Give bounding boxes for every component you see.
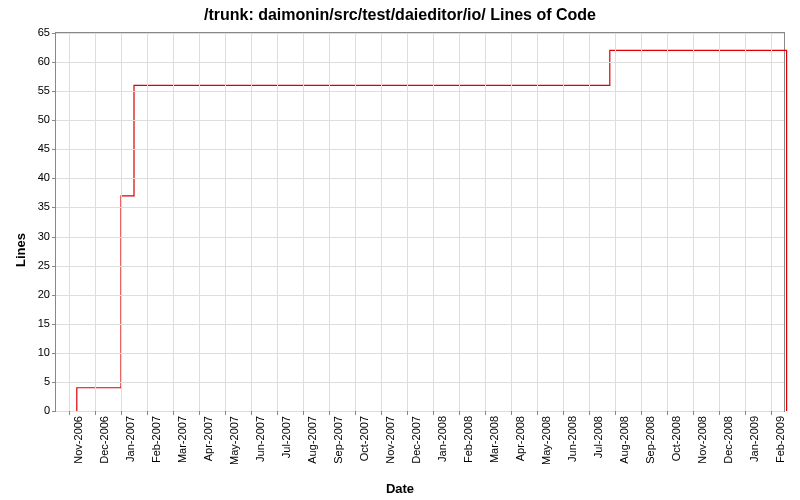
y-tick-label: 15 xyxy=(10,317,50,329)
x-tick-label: Jul-2007 xyxy=(280,416,292,458)
x-tick xyxy=(667,411,668,415)
x-tick xyxy=(381,411,382,415)
grid-line-h xyxy=(56,91,784,92)
y-tick-label: 0 xyxy=(10,404,50,416)
grid-line-v xyxy=(251,33,252,411)
y-tick xyxy=(52,266,56,267)
grid-line-v xyxy=(537,33,538,411)
grid-line-h xyxy=(56,120,784,121)
grid-line-v xyxy=(147,33,148,411)
x-tick-label: Apr-2007 xyxy=(202,416,214,461)
grid-line-v xyxy=(225,33,226,411)
grid-line-h xyxy=(56,237,784,238)
x-tick-label: Nov-2006 xyxy=(72,416,84,464)
y-tick xyxy=(52,91,56,92)
x-tick xyxy=(173,411,174,415)
x-tick xyxy=(433,411,434,415)
y-tick-label: 5 xyxy=(10,375,50,387)
x-tick xyxy=(199,411,200,415)
x-tick xyxy=(329,411,330,415)
y-tick-label: 20 xyxy=(10,288,50,300)
y-tick-label: 60 xyxy=(10,55,50,67)
x-tick xyxy=(147,411,148,415)
x-tick-label: Sep-2007 xyxy=(332,416,344,464)
x-tick-label: Aug-2007 xyxy=(306,416,318,464)
x-tick xyxy=(745,411,746,415)
grid-line-v xyxy=(433,33,434,411)
y-tick-label: 50 xyxy=(10,113,50,125)
line-series xyxy=(56,33,784,411)
grid-line-h xyxy=(56,411,784,412)
grid-line-v xyxy=(381,33,382,411)
x-tick-label: Mar-2008 xyxy=(488,416,500,463)
x-tick-label: Feb-2007 xyxy=(150,416,162,463)
x-tick xyxy=(407,411,408,415)
grid-line-v xyxy=(355,33,356,411)
grid-line-v xyxy=(95,33,96,411)
grid-line-h xyxy=(56,178,784,179)
grid-line-v xyxy=(719,33,720,411)
x-tick-label: Aug-2008 xyxy=(618,416,630,464)
x-tick xyxy=(719,411,720,415)
y-tick xyxy=(52,207,56,208)
x-tick-label: Feb-2009 xyxy=(774,416,786,463)
grid-line-v xyxy=(69,33,70,411)
y-tick xyxy=(52,353,56,354)
x-tick xyxy=(485,411,486,415)
grid-line-h xyxy=(56,353,784,354)
y-tick-label: 55 xyxy=(10,84,50,96)
x-tick xyxy=(641,411,642,415)
x-tick-label: Dec-2008 xyxy=(722,416,734,464)
x-tick-label: Feb-2008 xyxy=(462,416,474,463)
grid-line-v xyxy=(199,33,200,411)
y-tick-label: 25 xyxy=(10,259,50,271)
y-tick xyxy=(52,324,56,325)
y-tick-label: 40 xyxy=(10,171,50,183)
y-tick xyxy=(52,33,56,34)
y-tick xyxy=(52,149,56,150)
x-tick-label: Jan-2009 xyxy=(748,416,760,462)
x-tick xyxy=(537,411,538,415)
grid-line-v xyxy=(589,33,590,411)
x-axis-label: Date xyxy=(0,481,800,496)
grid-line-h xyxy=(56,62,784,63)
grid-line-v xyxy=(329,33,330,411)
x-tick xyxy=(589,411,590,415)
x-tick-label: Nov-2007 xyxy=(384,416,396,464)
y-tick xyxy=(52,237,56,238)
y-tick xyxy=(52,411,56,412)
plot-area xyxy=(55,32,785,412)
y-tick-label: 35 xyxy=(10,200,50,212)
grid-line-v xyxy=(303,33,304,411)
x-tick-label: May-2008 xyxy=(540,416,552,465)
y-tick xyxy=(52,62,56,63)
y-tick xyxy=(52,120,56,121)
grid-line-v xyxy=(667,33,668,411)
grid-line-v xyxy=(641,33,642,411)
y-tick xyxy=(52,295,56,296)
x-tick-label: Oct-2007 xyxy=(358,416,370,461)
x-tick xyxy=(563,411,564,415)
x-tick-label: Jan-2007 xyxy=(124,416,136,462)
grid-line-h xyxy=(56,149,784,150)
x-tick-label: Jun-2008 xyxy=(566,416,578,462)
y-tick-label: 65 xyxy=(10,26,50,38)
x-tick-label: Nov-2008 xyxy=(696,416,708,464)
x-tick xyxy=(615,411,616,415)
x-tick-label: Mar-2007 xyxy=(176,416,188,463)
y-tick-label: 45 xyxy=(10,142,50,154)
grid-line-h xyxy=(56,266,784,267)
x-tick-label: Dec-2006 xyxy=(98,416,110,464)
grid-line-v xyxy=(615,33,616,411)
grid-line-v xyxy=(459,33,460,411)
y-tick xyxy=(52,382,56,383)
chart-container: /trunk: daimonin/src/test/daieditor/io/ … xyxy=(0,0,800,500)
grid-line-v xyxy=(563,33,564,411)
x-tick-label: Dec-2007 xyxy=(410,416,422,464)
x-tick xyxy=(225,411,226,415)
y-tick-label: 10 xyxy=(10,346,50,358)
x-tick xyxy=(511,411,512,415)
y-tick xyxy=(52,178,56,179)
grid-line-h xyxy=(56,295,784,296)
grid-line-h xyxy=(56,324,784,325)
